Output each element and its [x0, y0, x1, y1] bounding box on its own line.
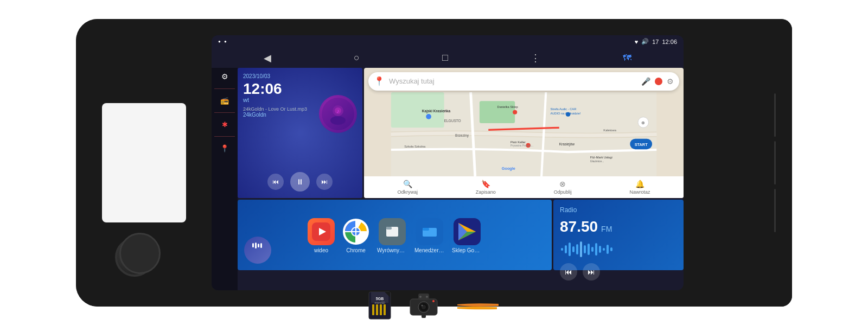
prev-button[interactable]: ⏮: [267, 174, 284, 190]
map-updates-label: Nawrotaz: [630, 189, 650, 195]
map-search-bar[interactable]: 📍 Wyszukaj tutaj 🎤 ⚙: [368, 72, 679, 91]
radio-label: Radio: [560, 206, 677, 214]
next-button[interactable]: ⏭: [316, 174, 333, 190]
menu-button[interactable]: ⋮: [531, 52, 540, 64]
recents-button[interactable]: □: [442, 52, 448, 63]
bezel-left: [76, 19, 212, 307]
app-item-chrome[interactable]: Chrome: [342, 218, 369, 253]
svg-rect-54: [595, 243, 597, 256]
svg-text:Krasiejów: Krasiejów: [559, 142, 575, 146]
app-icon-video: [308, 218, 335, 245]
radio-controls: ⏮ ⏭: [560, 263, 677, 281]
backup-camera-accessory: [407, 294, 440, 318]
accessories: 5GB microSD: [368, 291, 500, 320]
app-icon-chrome: [342, 218, 369, 245]
music-widget[interactable]: 2023/10/03 12:06 wt 24kGoldn - Love Or L…: [238, 68, 362, 198]
bluetooth-icon[interactable]: ✱: [222, 120, 228, 129]
app-label-files: Wyrównywa...: [377, 247, 407, 253]
svg-text:AUDIO na Androidzie!: AUDIO na Androidzie!: [550, 111, 580, 114]
play-pause-button[interactable]: ⏸: [290, 172, 310, 192]
svg-text:Głazimice...: Głazimice...: [590, 160, 604, 162]
svg-rect-64: [380, 304, 382, 315]
map-contribute[interactable]: ⊗ Odpublij: [554, 180, 572, 195]
radio-next-button[interactable]: ⏭: [583, 263, 600, 281]
svg-rect-56: [603, 248, 605, 251]
app-item-filemanager[interactable]: Menedżer P...: [414, 218, 444, 253]
svg-text:Kajski Krasieńka: Kajski Krasieńka: [422, 109, 451, 113]
svg-text:♪: ♪: [337, 108, 340, 114]
panels: 2023/10/03 12:06 wt 24kGoldn - Love Or L…: [238, 68, 684, 290]
map-explore[interactable]: 🔍 Odkrywaj: [397, 180, 418, 195]
svg-rect-50: [580, 241, 582, 257]
svg-rect-48: [572, 246, 575, 252]
map-pin-icon: 📍: [374, 76, 385, 86]
rotary-knob[interactable]: [115, 238, 154, 277]
map-mic-icon[interactable]: 🎤: [641, 77, 650, 86]
outer-container: ● ● ♥ 🔊 17 12:06 ◀ ○ □ ⋮ 🗺: [0, 0, 868, 325]
map-bottom-bar: 🔍 Odkrywaj 🔖 Zapisano ⊗ Odpublij: [364, 176, 684, 198]
svg-text:5GB: 5GB: [376, 297, 384, 301]
location-icon[interactable]: 📍: [220, 144, 229, 152]
voice-widget[interactable]: [244, 237, 271, 264]
svg-rect-47: [569, 243, 571, 256]
svg-rect-58: [610, 247, 612, 251]
svg-rect-43: [258, 244, 259, 247]
back-button[interactable]: ◀: [264, 52, 271, 64]
status-dots: ● ●: [218, 39, 228, 44]
radio-icon[interactable]: 📻: [220, 97, 229, 105]
svg-rect-41: [252, 243, 254, 247]
status-bar-left: ● ●: [218, 39, 228, 44]
right-vent: [774, 93, 776, 232]
svg-rect-36: [386, 227, 392, 230]
radio-prev-button[interactable]: ⏮: [560, 263, 577, 281]
music-date: 2023/10/03: [243, 73, 357, 79]
top-panels: 2023/10/03 12:06 wt 24kGoldn - Love Or L…: [238, 68, 684, 198]
svg-point-77: [426, 296, 428, 298]
svg-rect-44: [260, 243, 262, 248]
app-icon-filemanager: [416, 218, 443, 245]
status-time: 12:06: [662, 39, 677, 45]
svg-rect-53: [591, 247, 593, 252]
bezel-right: [694, 19, 792, 307]
svg-text:Google: Google: [502, 165, 515, 170]
svg-rect-57: [607, 245, 609, 254]
wifi-icon: ♥: [635, 39, 639, 45]
svg-rect-62: [372, 304, 374, 315]
volume-icon: 🔊: [641, 38, 649, 45]
app-item-files[interactable]: Wyrównywa...: [377, 218, 407, 253]
svg-text:Brzeziny: Brzeziny: [455, 133, 469, 137]
map-search-placeholder: Wyszukaj tutaj: [389, 77, 637, 85]
maps-button[interactable]: 🗺: [623, 53, 631, 63]
main-content: ⚙ 📻 ✱ 📍 2023/10/03: [212, 68, 684, 290]
app-item-playstore[interactable]: Sklep Googl...: [452, 218, 482, 253]
app-label-playstore: Sklep Googl...: [452, 247, 482, 253]
svg-rect-63: [376, 304, 378, 315]
app-label-chrome: Chrome: [346, 247, 366, 253]
svg-rect-51: [584, 245, 586, 253]
bottom-panels: wideo: [238, 200, 684, 270]
radio-frequency-display: 87.50 FM: [560, 218, 677, 235]
svg-rect-49: [576, 244, 578, 254]
svg-rect-55: [599, 246, 601, 253]
main-screen: ● ● ♥ 🔊 17 12:06 ◀ ○ □ ⋮ 🗺: [212, 35, 684, 290]
home-button[interactable]: ○: [354, 52, 360, 63]
map-content: Kajski Krasieńka Danielka Sklep Strefa A…: [364, 92, 684, 176]
app-item-video[interactable]: wideo: [308, 218, 335, 253]
svg-text:⊕: ⊕: [641, 120, 645, 125]
settings-icon[interactable]: ⚙: [221, 72, 228, 81]
map-saved[interactable]: 🔖 Zapisano: [476, 180, 496, 195]
map-settings-icon[interactable]: ⚙: [667, 77, 674, 86]
map-updates[interactable]: 🔔 Nawrotaz: [630, 180, 650, 195]
radio-freq-unit: FM: [601, 225, 612, 233]
trim-tools-accessory: [456, 300, 500, 311]
status-bar-right: ♥ 🔊 17 12:06: [635, 38, 677, 45]
sidebar: ⚙ 📻 ✱ 📍: [212, 68, 238, 290]
svg-point-7: [426, 113, 431, 119]
svg-text:Kaletowa: Kaletowa: [603, 128, 616, 131]
svg-rect-74: [422, 314, 426, 318]
svg-point-75: [432, 300, 435, 302]
svg-rect-39: [423, 228, 429, 231]
album-art: ♪: [319, 95, 357, 133]
map-widget[interactable]: 📍 Wyszukaj tutaj 🎤 ⚙: [364, 68, 684, 198]
svg-text:START: START: [635, 142, 648, 146]
